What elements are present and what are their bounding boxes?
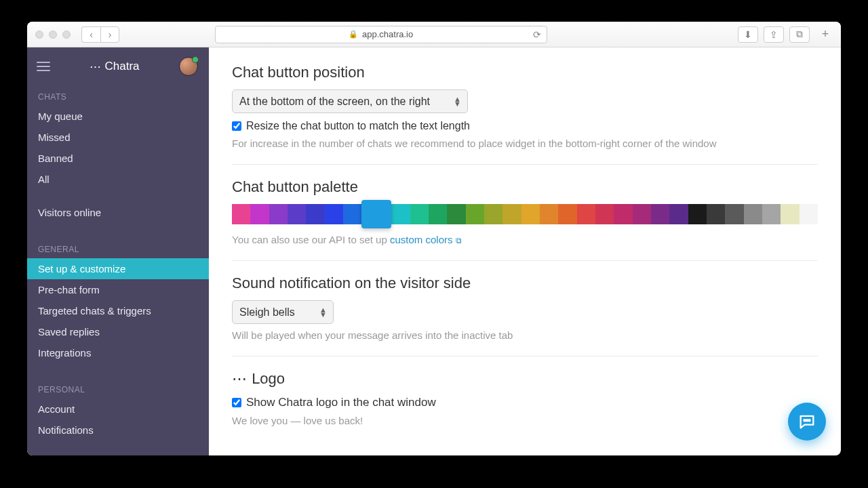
chat-icon	[797, 412, 816, 431]
divider	[232, 164, 818, 165]
section-palette-title: Chat button palette	[232, 178, 818, 196]
lock-icon: 🔒	[349, 30, 358, 39]
color-swatch[interactable]	[651, 204, 669, 224]
resize-checkbox-label: Resize the chat button to match the text…	[246, 120, 470, 132]
color-swatch[interactable]	[633, 204, 651, 224]
color-swatch[interactable]	[306, 204, 324, 224]
sidebar-item-integrations[interactable]: Integrations	[27, 342, 209, 363]
color-swatch[interactable]	[744, 204, 762, 224]
close-window-button[interactable]	[35, 30, 43, 39]
color-swatch[interactable]	[391, 204, 410, 224]
color-swatch[interactable]	[410, 204, 429, 224]
sidebar-item-account[interactable]: Account	[27, 399, 209, 420]
app-body: ⋯Chatra CHATS My queueMissedBannedAll Vi…	[27, 47, 841, 455]
section-position-title: Chat button position	[232, 64, 818, 81]
palette-api-hint: You can also use our API to set up custo…	[232, 234, 818, 245]
sidebar-item-all[interactable]: All	[27, 169, 209, 190]
brand-name: Chatra	[104, 60, 139, 73]
color-swatch[interactable]	[502, 204, 521, 224]
position-select-wrap: At the bottom of the screen, on the righ…	[232, 89, 468, 113]
maximize-window-button[interactable]	[62, 30, 71, 39]
sound-select-wrap: Sleigh bells ▲▼	[232, 300, 334, 324]
sidebar-item-set-up-customize[interactable]: Set up & customize	[27, 258, 209, 279]
section-logo-title: ⋯ Logo	[232, 370, 818, 388]
logo-dots-icon: ⋯	[232, 370, 248, 387]
color-swatch[interactable]	[725, 204, 743, 224]
share-button[interactable]: ⇪	[764, 26, 784, 43]
avatar[interactable]	[179, 57, 198, 76]
show-logo-checkbox-row[interactable]: Show Chatra logo in the chat window	[232, 396, 818, 409]
color-swatch[interactable]	[429, 204, 447, 224]
new-tab-button[interactable]: +	[818, 27, 833, 42]
position-select[interactable]: At the bottom of the screen, on the righ…	[232, 89, 468, 113]
color-swatch[interactable]	[781, 204, 799, 224]
custom-colors-link[interactable]: custom colors ⧉	[390, 234, 462, 245]
brand-dots-icon: ⋯	[90, 60, 102, 74]
sound-select[interactable]: Sleigh bells	[232, 300, 334, 324]
browser-titlebar: ‹ › 🔒 app.chatra.io ⟳ ⬇ ⇪ ⧉ +	[27, 22, 841, 47]
sidebar-chats-header: CHATS	[27, 83, 209, 106]
color-swatch[interactable]	[595, 204, 614, 224]
forward-button[interactable]: ›	[100, 26, 119, 43]
svg-point-1	[806, 420, 808, 421]
url-text: app.chatra.io	[362, 29, 413, 39]
color-swatch[interactable]	[688, 204, 707, 224]
resize-checkbox-row[interactable]: Resize the chat button to match the text…	[232, 120, 818, 132]
divider	[232, 260, 818, 261]
sidebar-item-notifications[interactable]: Notifications	[27, 420, 209, 441]
menu-icon[interactable]	[37, 62, 50, 71]
external-link-icon: ⧉	[456, 236, 462, 245]
chat-widget-button[interactable]	[788, 403, 826, 441]
color-swatch[interactable]	[269, 204, 288, 224]
sidebar-item-targeted-chats-triggers[interactable]: Targeted chats & triggers	[27, 300, 209, 321]
svg-point-0	[804, 420, 805, 421]
color-swatch[interactable]	[521, 204, 540, 224]
tabs-button[interactable]: ⧉	[789, 26, 810, 43]
color-swatch[interactable]	[577, 204, 595, 224]
color-swatch[interactable]	[466, 204, 484, 224]
color-swatch[interactable]	[800, 204, 818, 224]
palette-api-prefix: You can also use our API to set up	[232, 234, 390, 245]
color-swatch[interactable]	[288, 204, 306, 224]
color-swatch[interactable]	[614, 204, 632, 224]
sidebar-item-my-queue[interactable]: My queue	[27, 106, 209, 127]
section-sound-title: Sound notification on the visitor side	[232, 274, 818, 292]
color-swatch[interactable]	[250, 204, 269, 224]
logo-hint: We love you — love us back!	[232, 415, 818, 426]
color-swatch[interactable]	[558, 204, 576, 224]
reload-icon[interactable]: ⟳	[533, 29, 541, 40]
position-hint: For increase in the number of chats we r…	[232, 138, 818, 149]
download-button[interactable]: ⬇	[738, 26, 758, 43]
app-window: ‹ › 🔒 app.chatra.io ⟳ ⬇ ⇪ ⧉ + ⋯Chatra CH…	[27, 22, 841, 455]
sidebar-item-banned[interactable]: Banned	[27, 148, 209, 169]
show-logo-checkbox[interactable]	[232, 398, 241, 407]
divider	[232, 356, 818, 357]
nav-buttons: ‹ ›	[81, 26, 119, 43]
color-swatch[interactable]	[232, 204, 250, 224]
sidebar-top: ⋯Chatra	[27, 47, 209, 83]
color-swatch[interactable]	[669, 204, 688, 224]
sidebar-item-missed[interactable]: Missed	[27, 127, 209, 148]
sidebar-general-header: GENERAL	[27, 235, 209, 258]
window-controls	[35, 30, 71, 39]
color-swatch[interactable]	[325, 204, 343, 224]
minimize-window-button[interactable]	[49, 30, 57, 39]
color-swatch[interactable]	[540, 204, 558, 224]
color-swatch[interactable]	[484, 204, 502, 224]
color-swatch[interactable]	[343, 204, 361, 224]
sound-hint: Will be played when your message arrives…	[232, 329, 818, 341]
sidebar-item-pre-chat-form[interactable]: Pre-chat form	[27, 279, 209, 300]
color-swatch[interactable]	[447, 204, 465, 224]
brand: ⋯Chatra	[90, 60, 139, 74]
sidebar-item-visitors-online[interactable]: Visitors online	[27, 202, 209, 223]
show-logo-label: Show Chatra logo in the chat window	[246, 396, 436, 409]
main-content: Chat button position At the bottom of th…	[209, 47, 841, 455]
color-swatch[interactable]	[707, 204, 725, 224]
color-palette	[232, 204, 818, 224]
back-button[interactable]: ‹	[81, 26, 100, 43]
address-bar[interactable]: 🔒 app.chatra.io ⟳	[215, 26, 547, 43]
sidebar-item-saved-replies[interactable]: Saved replies	[27, 321, 209, 342]
resize-checkbox[interactable]	[232, 121, 241, 131]
color-swatch[interactable]	[762, 204, 781, 224]
color-swatch[interactable]	[361, 200, 391, 228]
